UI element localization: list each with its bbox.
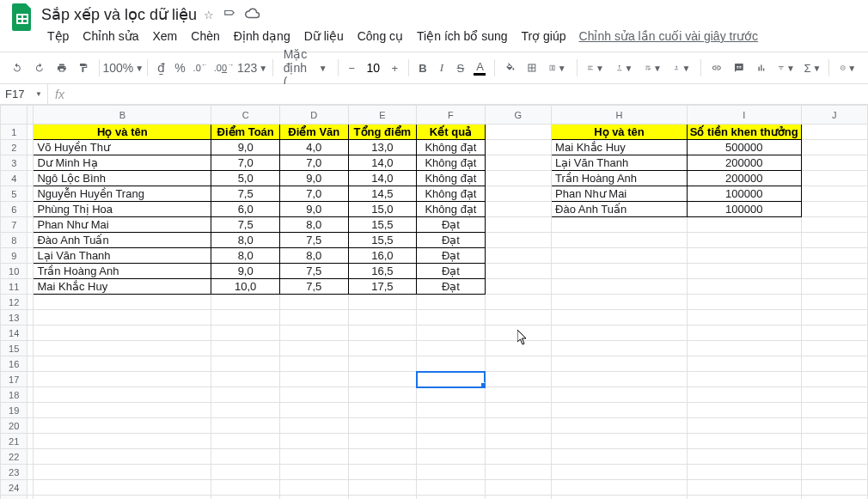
col-header[interactable]: J xyxy=(801,106,867,125)
fill-color-button[interactable] xyxy=(500,58,521,78)
cell[interactable]: Đạt xyxy=(417,233,485,248)
cell[interactable] xyxy=(28,434,34,449)
cell[interactable] xyxy=(417,403,485,418)
cell[interactable] xyxy=(485,480,551,496)
cell[interactable] xyxy=(28,248,34,264)
cell[interactable] xyxy=(485,233,551,248)
cell[interactable] xyxy=(417,372,485,387)
wrap-button[interactable]: ▼ xyxy=(639,58,667,78)
cell[interactable]: 9,0 xyxy=(211,140,280,155)
cell[interactable]: Không đạt xyxy=(417,186,485,202)
cell[interactable] xyxy=(34,295,211,310)
cell[interactable] xyxy=(211,310,280,326)
cell[interactable]: Không đạt xyxy=(417,171,485,186)
cell[interactable]: Phan Như Mai xyxy=(552,186,688,202)
functions-button[interactable]: Σ▼ xyxy=(802,58,823,78)
cell[interactable] xyxy=(687,248,801,264)
cell[interactable]: Tổng điểm xyxy=(348,125,417,140)
cell[interactable] xyxy=(687,356,801,372)
cell[interactable] xyxy=(801,186,867,202)
cell[interactable] xyxy=(348,387,417,403)
cell[interactable] xyxy=(687,310,801,326)
cell[interactable] xyxy=(348,356,417,372)
cell[interactable] xyxy=(28,264,34,279)
cell[interactable] xyxy=(485,403,551,418)
cell[interactable] xyxy=(34,356,211,372)
cell[interactable] xyxy=(28,202,34,217)
cell[interactable] xyxy=(801,372,867,387)
cell[interactable] xyxy=(552,480,688,496)
cell[interactable] xyxy=(485,295,551,310)
row-header[interactable]: 7 xyxy=(1,217,28,233)
cell[interactable] xyxy=(485,326,551,341)
cell[interactable] xyxy=(552,233,688,248)
cell[interactable] xyxy=(28,295,34,310)
cell[interactable] xyxy=(801,356,867,372)
col-header[interactable] xyxy=(28,106,34,125)
cell[interactable] xyxy=(552,295,688,310)
cell[interactable] xyxy=(801,387,867,403)
cell[interactable] xyxy=(801,480,867,496)
cell[interactable]: Phùng Thị Hoa xyxy=(34,202,211,217)
cell[interactable] xyxy=(348,449,417,465)
cell[interactable]: Đào Anh Tuấn xyxy=(552,202,688,217)
cell[interactable]: 10,0 xyxy=(211,279,280,295)
remove-icon[interactable]: ▼ xyxy=(834,58,862,78)
cell[interactable] xyxy=(28,403,34,418)
cell[interactable] xyxy=(485,279,551,295)
text-color-button[interactable]: A xyxy=(471,58,489,78)
cell[interactable] xyxy=(485,465,551,480)
cell[interactable] xyxy=(348,418,417,434)
cell[interactable] xyxy=(348,480,417,496)
cell[interactable]: 500000 xyxy=(687,140,801,155)
row-header[interactable]: 20 xyxy=(1,418,28,434)
cell[interactable] xyxy=(801,326,867,341)
cell[interactable] xyxy=(485,264,551,279)
cell[interactable] xyxy=(687,496,801,500)
cell[interactable] xyxy=(687,403,801,418)
cell[interactable] xyxy=(28,449,34,465)
cell[interactable] xyxy=(34,434,211,449)
cell[interactable] xyxy=(801,125,867,140)
cell[interactable] xyxy=(211,449,280,465)
row-header[interactable]: 4 xyxy=(1,171,28,186)
move-icon[interactable] xyxy=(223,8,236,22)
row-header[interactable]: 17 xyxy=(1,372,28,387)
cell[interactable] xyxy=(417,326,485,341)
cell[interactable] xyxy=(485,496,551,500)
cell[interactable] xyxy=(801,341,867,356)
cell[interactable] xyxy=(485,372,551,387)
cell[interactable] xyxy=(34,496,211,500)
cell[interactable] xyxy=(485,125,551,140)
cell[interactable]: 9,0 xyxy=(280,171,348,186)
row-header[interactable]: 21 xyxy=(1,434,28,449)
name-box[interactable]: F17▼ xyxy=(0,84,48,104)
col-header[interactable]: C xyxy=(211,106,280,125)
print-button[interactable] xyxy=(52,58,72,78)
font-size-decrease[interactable]: − xyxy=(343,58,360,78)
row-header[interactable]: 12 xyxy=(1,295,28,310)
cell[interactable] xyxy=(417,341,485,356)
cell[interactable] xyxy=(417,434,485,449)
cell[interactable] xyxy=(280,341,348,356)
cell[interactable] xyxy=(280,480,348,496)
cell[interactable]: Số tiền khen thưởng xyxy=(687,125,801,140)
cell[interactable] xyxy=(280,326,348,341)
row-header[interactable]: 18 xyxy=(1,387,28,403)
cell[interactable] xyxy=(34,403,211,418)
cell[interactable] xyxy=(485,418,551,434)
menu-data[interactable]: Dữ liệu xyxy=(298,26,350,46)
cell[interactable] xyxy=(801,279,867,295)
cell[interactable] xyxy=(28,140,34,155)
cell[interactable] xyxy=(687,279,801,295)
cell[interactable] xyxy=(801,295,867,310)
cell[interactable]: Võ Huyền Thư xyxy=(34,140,211,155)
cell[interactable] xyxy=(485,434,551,449)
cell[interactable] xyxy=(801,403,867,418)
cell[interactable] xyxy=(801,248,867,264)
cell[interactable]: Không đạt xyxy=(417,202,485,217)
col-header[interactable]: H xyxy=(552,106,688,125)
cell[interactable]: Điểm Văn xyxy=(280,125,348,140)
cell[interactable]: Lại Văn Thanh xyxy=(34,248,211,264)
cell[interactable] xyxy=(687,372,801,387)
